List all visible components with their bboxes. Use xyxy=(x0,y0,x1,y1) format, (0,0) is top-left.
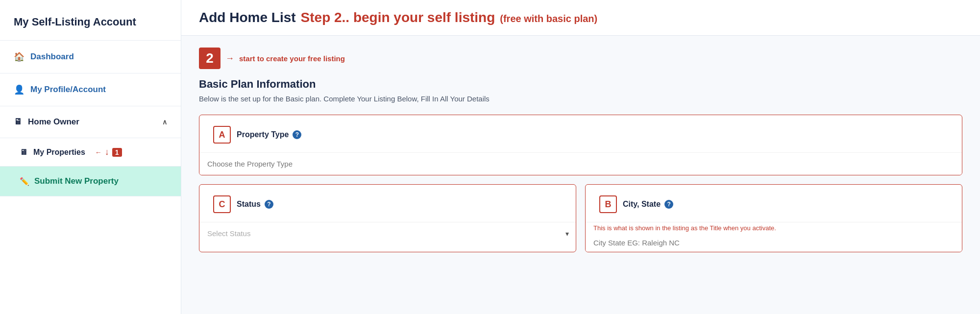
status-select-wrapper: Select Status For Sale For Rent Sold Pen… xyxy=(199,222,576,244)
homeowner-label: Home Owner xyxy=(28,117,79,127)
arrow-down-icon: ↓ xyxy=(105,147,109,157)
property-type-input[interactable] xyxy=(199,153,962,175)
sidebar-item-profile[interactable]: 👤 My Profile/Account xyxy=(0,73,181,106)
my-properties-icon: 🖥 xyxy=(20,148,27,157)
status-help-icon[interactable]: ? xyxy=(265,200,273,209)
profile-icon: 👤 xyxy=(14,84,24,95)
status-city-row: C Status ? Select Status For Sale For Re… xyxy=(199,184,962,252)
city-state-header: B City, State ? xyxy=(586,185,962,222)
profile-label: My Profile/Account xyxy=(30,85,106,95)
city-state-help-icon[interactable]: ? xyxy=(664,200,673,209)
city-state-hint: This is what is shown in the listing as … xyxy=(586,222,962,234)
status-select[interactable]: Select Status For Sale For Rent Sold Pen… xyxy=(199,222,576,244)
status-label: Status ? xyxy=(237,200,273,209)
city-state-section: B City, State ? This is what is shown in… xyxy=(585,184,962,252)
section-desc: Below is the set up for the Basic plan. … xyxy=(199,95,962,103)
status-header: C Status ? xyxy=(199,185,576,222)
chevron-up-icon: ∧ xyxy=(162,118,167,126)
city-state-col: B City, State ? This is what is shown in… xyxy=(585,184,962,252)
arrow-left-icon: ← xyxy=(95,148,102,156)
page-title: Add Home List Step 2.. begin your self l… xyxy=(199,10,962,25)
sidebar-nav: 🏠 Dashboard 👤 My Profile/Account 🖥 Home … xyxy=(0,41,181,196)
section-title: Basic Plan Information xyxy=(199,78,962,91)
sidebar-item-dashboard[interactable]: 🏠 Dashboard xyxy=(0,41,181,73)
city-state-label: City, State ? xyxy=(623,200,673,209)
step-description: start to create your free listing xyxy=(239,54,345,63)
step-arrow-icon: → xyxy=(225,53,234,64)
edit-icon: ✏️ xyxy=(20,177,29,186)
sidebar: My Self-Listing Account 🏠 Dashboard 👤 My… xyxy=(0,0,181,314)
step-indicator: 2 → start to create your free listing xyxy=(199,48,962,69)
content-area: 2 → start to create your free listing Ba… xyxy=(181,36,980,273)
homeowner-left: 🖥 Home Owner xyxy=(14,117,79,127)
badge-c: C xyxy=(213,195,231,213)
property-type-help-icon[interactable]: ? xyxy=(293,130,301,139)
step-badge-1: 1 xyxy=(112,148,122,157)
sidebar-section-homeowner[interactable]: 🖥 Home Owner ∧ xyxy=(0,106,181,138)
property-type-header: A Property Type ? xyxy=(199,115,962,153)
city-state-input[interactable] xyxy=(586,234,962,252)
main-content: Add Home List Step 2.. begin your self l… xyxy=(181,0,980,314)
status-section: C Status ? Select Status For Sale For Re… xyxy=(199,184,576,252)
property-type-section: A Property Type ? xyxy=(199,115,962,175)
title-suffix: (free with basic plan) xyxy=(500,13,597,24)
title-red: Step 2.. begin your self listing xyxy=(301,10,495,25)
property-type-label: Property Type ? xyxy=(237,130,301,139)
page-header: Add Home List Step 2.. begin your self l… xyxy=(181,0,980,36)
my-properties-label: My Properties xyxy=(33,148,85,157)
my-properties-annotation: ← ↓ 1 xyxy=(95,147,122,157)
homeowner-icon: 🖥 xyxy=(14,117,22,127)
submit-new-property-label: Submit New Property xyxy=(34,176,119,186)
sidebar-title: My Self-Listing Account xyxy=(0,0,181,41)
sidebar-item-submit-new-property[interactable]: ✏️ Submit New Property xyxy=(0,167,181,196)
badge-a: A xyxy=(213,126,231,144)
dashboard-icon: 🏠 xyxy=(14,51,24,62)
badge-b: B xyxy=(599,195,617,213)
sidebar-item-my-properties[interactable]: 🖥 My Properties ← ↓ 1 xyxy=(0,138,181,167)
dashboard-label: Dashboard xyxy=(30,52,74,62)
title-black: Add Home List xyxy=(199,10,296,25)
step-number: 2 xyxy=(199,48,220,69)
status-col: C Status ? Select Status For Sale For Re… xyxy=(199,184,576,252)
